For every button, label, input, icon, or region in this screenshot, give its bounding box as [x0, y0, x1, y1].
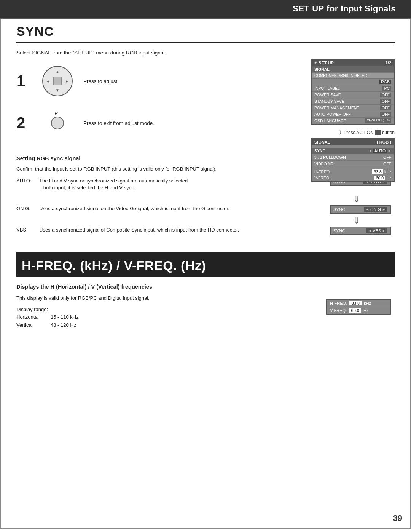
- page-number: 39: [393, 513, 402, 523]
- action-button-icon: [375, 130, 381, 135]
- hfreq-section: H-FREQ. (kHz) / V-FREQ. (Hz) Displays th…: [16, 252, 395, 329]
- osd-setup-panel: ⊞ SET UP 1/2 SIGNAL COMPONENT/RGB-IN SEL…: [311, 59, 395, 125]
- hfreq-range-table: Horizontal 15 - 110 kHz Vertical 48 - 12…: [16, 313, 85, 329]
- page-content: SYNC Select SIGNAL from the "SET UP" men…: [0, 19, 411, 529]
- dpad-up-arrow: ▲: [56, 70, 59, 74]
- dpad-center-button: [53, 77, 62, 85]
- dpad-icon: ▲ ▼ ◄ ►: [42, 66, 73, 96]
- sync-panel-vbs: SYNC ◄ VBS ►: [330, 227, 391, 235]
- hfreq-display-panel: H-FREQ. 33.8 kHz V-FREQ. 60.0 Hz: [326, 299, 391, 315]
- hfreq-h-row: H-FREQ. 33.8 kHz: [327, 300, 390, 307]
- bottom-border: [1, 528, 410, 529]
- osd-video-nr-row: VIDEO NROFF: [312, 161, 394, 167]
- header-title: SET UP for Input Signals: [293, 4, 396, 13]
- osd-power-save-row: POWER SAVEOFF: [312, 92, 394, 98]
- osd-setup-header-icon: ⊞ SET UP: [314, 61, 334, 65]
- osd-component-row: COMPONENT/RGB-IN SELECT: [312, 73, 394, 79]
- hfreq-v-row: V-FREQ. 60.0 Hz: [327, 307, 390, 314]
- osd-input-label-row: INPUT LABELPC: [312, 85, 394, 92]
- sync-section-title: SYNC: [16, 19, 395, 43]
- step-2-diagram: R: [38, 117, 76, 129]
- arrow-down-1: ⇓: [16, 195, 395, 204]
- hfreq-vertical-row: Vertical 48 - 120 Hz: [16, 321, 85, 329]
- sync-intro-text: Select SIGNAL from the "SET UP" menu dur…: [16, 50, 395, 56]
- hfreq-section-title: H-FREQ. (kHz) / V-FREQ. (Hz): [16, 254, 395, 277]
- step-2-button-icon: [51, 117, 64, 129]
- step-1-diagram: ▲ ▼ ◄ ►: [38, 66, 76, 96]
- osd-power-mgmt-row: POWER MANAGEMENTOFF: [312, 105, 394, 111]
- dpad-left-arrow: ◄: [46, 79, 50, 83]
- osd-panels-container: ⊞ SET UP 1/2 SIGNAL COMPONENT/RGB-IN SEL…: [311, 59, 395, 182]
- press-action-text: ⇩ Press ACTION button: [311, 129, 395, 136]
- osd-sync-row: SYNC ◄ AUTO ►: [312, 148, 394, 154]
- step-1-number: 1: [16, 73, 35, 89]
- osd-pulldown-row: 3 : 2 PULLDOWNOFF: [312, 154, 394, 161]
- sync-panel-ong: SYNC ◄ ON G ►: [330, 205, 391, 214]
- dpad-down-arrow: ▼: [56, 88, 59, 93]
- osd-hfreq-row: H-FREQ. 33.8 kHz: [312, 169, 394, 175]
- def-ong: ON G: Uses a synchronized signal on the …: [16, 205, 322, 212]
- dpad-right-arrow: ►: [65, 79, 69, 83]
- osd-standby-save-row: STANDBY SAVEOFF: [312, 98, 394, 105]
- hfreq-text1: This display is valid only for RGB/PC an…: [16, 294, 319, 302]
- hfreq-range: Display range: Horizontal 15 - 110 kHz V…: [16, 306, 319, 329]
- osd-signal-panel: SIGNAL [ RGB ] SYNC ◄ AUTO ► 3 : 2 PULLD…: [311, 138, 395, 182]
- osd-vfreq-row: V-FREQ. 60.0 Hz: [312, 175, 394, 181]
- step-2-number: 2: [16, 115, 35, 131]
- def-auto: AUTO: The H and V sync or synchronized s…: [16, 177, 322, 192]
- hfreq-subtitle: Displays the H (Horizontal) / V (Vertica…: [16, 284, 319, 290]
- header-bar: SET UP for Input Signals: [0, 0, 411, 19]
- osd-lang-row: OSD LANGUAGEENGLISH (US): [312, 118, 394, 124]
- arrow-down-2: ⇓: [16, 216, 395, 226]
- def-vbs: VBS: Uses a synchronized signal of Compo…: [16, 227, 322, 234]
- hfreq-horizontal-row: Horizontal 15 - 110 kHz: [16, 313, 85, 321]
- sync-definitions: AUTO: The H and V sync or synchronized s…: [16, 177, 395, 238]
- osd-signal-row: SIGNAL: [312, 66, 394, 73]
- osd-setup-page: 1/2: [386, 61, 391, 65]
- osd-signal-header: SIGNAL [ RGB ]: [312, 139, 394, 145]
- osd-setup-header: ⊞ SET UP 1/2: [312, 59, 394, 66]
- osd-auto-power-off-row: AUTO POWER OFFOFF: [312, 111, 394, 118]
- osd-rgb-val-row: RGB: [312, 79, 394, 85]
- step-2-r-label: R: [55, 111, 58, 116]
